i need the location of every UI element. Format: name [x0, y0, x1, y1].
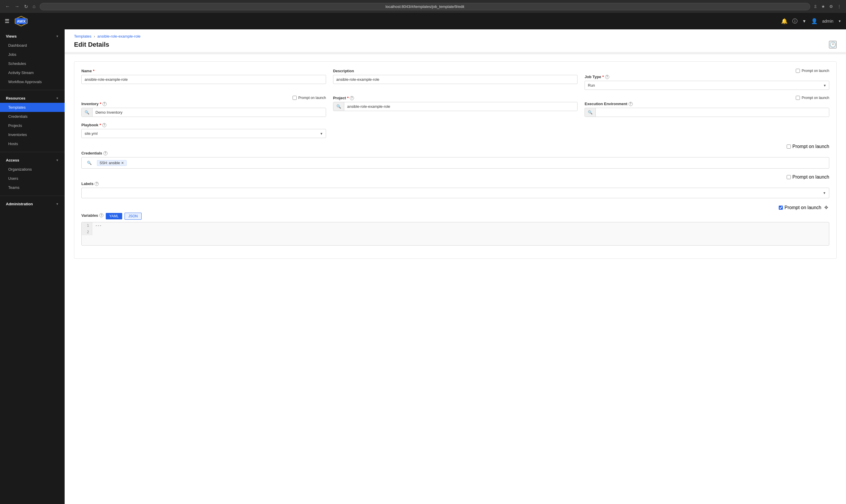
sidebar-item-workflow-approvals[interactable]: Workflow Approvals — [0, 77, 65, 86]
job-type-select[interactable]: Run Check — [584, 81, 829, 90]
user-chevron[interactable]: ▼ — [838, 19, 841, 23]
exec-env-prompt-label: Prompt on launch — [802, 96, 829, 100]
yaml-button[interactable]: YAML — [106, 213, 122, 219]
form-section: Name * Description — [65, 54, 846, 266]
labels-label: Labels ? — [82, 181, 829, 186]
content-area: Templates › ansible-role-example-role Ed… — [65, 29, 846, 504]
forward-button[interactable]: → — [13, 3, 21, 10]
top-nav: ☰ AWX 🔔 ⓘ ▼ 👤 admin ▼ — [0, 13, 846, 29]
inventory-prompt-row: Prompt on launch — [82, 96, 326, 100]
sidebar-item-activity-stream[interactable]: Activity Stream — [0, 68, 65, 77]
project-search-button[interactable]: 🔍 — [334, 102, 344, 111]
sidebar-item-organizations[interactable]: Organizations — [0, 165, 65, 174]
exec-env-prompt-checkbox[interactable] — [796, 96, 800, 100]
variables-prompt-label: Prompt on launch — [785, 205, 821, 210]
sidebar-item-projects[interactable]: Projects — [0, 121, 65, 130]
sidebar-item-credentials[interactable]: Credentials — [0, 112, 65, 121]
credentials-col: Prompt on launch Credentials ? 🔍 SSH: a — [82, 144, 829, 168]
exec-env-help-icon[interactable]: ? — [629, 102, 633, 106]
line-number-1: 1 — [82, 222, 92, 229]
name-col: Name * — [82, 69, 326, 84]
sidebar-resources-label: Resources — [6, 96, 25, 101]
breadcrumb-templates-link[interactable]: Templates — [74, 34, 91, 38]
sidebar-item-users[interactable]: Users — [0, 174, 65, 183]
sidebar-resources-header[interactable]: Resources ▼ — [0, 94, 65, 103]
inventory-input-group: 🔍 — [82, 108, 326, 117]
logo-svg: AWX — [13, 15, 29, 27]
playbook-help-icon[interactable]: ? — [102, 123, 106, 127]
inventory-help-icon[interactable]: ? — [103, 102, 107, 106]
sidebar-access-header[interactable]: Access ▼ — [0, 156, 65, 165]
variables-label: Variables ? — [82, 213, 103, 218]
job-type-help-icon[interactable]: ? — [605, 75, 609, 79]
credentials-search-button[interactable]: 🔍 — [84, 159, 95, 167]
labels-prompt-checkbox[interactable] — [787, 175, 791, 179]
labels-area[interactable]: ▼ — [82, 188, 829, 198]
form-card: Name * Description — [74, 61, 836, 259]
sidebar-item-templates[interactable]: Templates — [0, 103, 65, 112]
sidebar-admin-header[interactable]: Administration ▼ — [0, 199, 65, 209]
sidebar-access-label: Access — [6, 158, 19, 162]
help-chevron[interactable]: ▼ — [802, 19, 806, 23]
variables-expand-button[interactable]: ✥ — [823, 204, 829, 211]
description-input[interactable] — [333, 75, 578, 84]
credential-tag-ssh: SSH: ansible ✕ — [97, 160, 127, 166]
history-button[interactable]: 🕐 — [829, 41, 836, 49]
share-icon[interactable]: ⇫ — [812, 3, 818, 10]
exec-env-input[interactable] — [596, 108, 829, 116]
job-type-prompt-row: Prompt on launch — [584, 69, 829, 73]
exec-env-search-button[interactable]: 🔍 — [585, 108, 596, 116]
variables-header: Variables ? YAML JSON — [82, 213, 829, 220]
back-button[interactable]: ← — [3, 3, 12, 10]
job-type-col: Prompt on launch Job Type * ? Run Check — [584, 69, 829, 90]
nav-right: 🔔 ⓘ ▼ 👤 admin ▼ — [781, 18, 841, 25]
sidebar: Views ▼ Dashboard Jobs Schedules Activit… — [0, 29, 65, 504]
exec-env-col: Prompt on launch Execution Environment ?… — [584, 96, 829, 117]
labels-help-icon[interactable]: ? — [95, 182, 99, 186]
variables-editor[interactable]: 1 --- 2 — [82, 222, 829, 246]
credential-tag-remove[interactable]: ✕ — [121, 161, 124, 165]
sidebar-item-schedules[interactable]: Schedules — [0, 59, 65, 68]
json-button[interactable]: JSON — [125, 213, 142, 220]
job-type-prompt-checkbox[interactable] — [796, 69, 800, 73]
sidebar-section-access: Access ▼ Organizations Users Teams — [0, 153, 65, 194]
hamburger-menu[interactable]: ☰ — [5, 18, 10, 24]
page-header: Templates › ansible-role-example-role Ed… — [65, 29, 846, 52]
credentials-help-icon[interactable]: ? — [103, 151, 108, 155]
home-button[interactable]: ⌂ — [31, 3, 37, 10]
variables-prompt-checkbox[interactable] — [779, 205, 783, 210]
sidebar-admin-label: Administration — [6, 202, 33, 206]
sidebar-views-header[interactable]: Views ▼ — [0, 32, 65, 41]
sidebar-item-dashboard[interactable]: Dashboard — [0, 41, 65, 50]
logo: AWX — [13, 15, 29, 27]
user-label[interactable]: admin — [822, 19, 833, 23]
playbook-select[interactable]: site.yml — [82, 129, 326, 138]
description-label: Description — [333, 69, 578, 73]
project-label: Project * ? — [333, 96, 578, 100]
address-bar[interactable] — [40, 3, 810, 10]
notifications-icon[interactable]: 🔔 — [781, 18, 788, 24]
form-row-3: Playbook * ? site.yml ▼ — [82, 123, 829, 138]
help-icon[interactable]: ⓘ — [792, 18, 797, 25]
breadcrumb: Templates › ansible-role-example-role — [74, 34, 836, 38]
inventory-input[interactable] — [92, 108, 326, 116]
sidebar-item-jobs[interactable]: Jobs — [0, 50, 65, 59]
project-input[interactable] — [344, 102, 577, 111]
reload-button[interactable]: ↻ — [22, 3, 30, 11]
sidebar-item-teams[interactable]: Teams — [0, 183, 65, 192]
menu-icon[interactable]: ⋮ — [836, 3, 843, 10]
inventory-label: Inventory * ? — [82, 102, 326, 106]
variables-help-icon[interactable]: ? — [99, 213, 103, 217]
access-chevron-icon: ▼ — [56, 159, 59, 162]
credentials-prompt-checkbox[interactable] — [787, 144, 791, 149]
project-help-icon[interactable]: ? — [350, 96, 354, 100]
sidebar-item-inventories[interactable]: Inventories — [0, 130, 65, 139]
labels-prompt-label: Prompt on launch — [793, 175, 829, 180]
name-input[interactable] — [82, 75, 326, 84]
user-icon[interactable]: 👤 — [811, 18, 817, 24]
inventory-prompt-checkbox[interactable] — [292, 96, 297, 100]
extension-icon[interactable]: ⚙ — [828, 3, 834, 10]
sidebar-item-hosts[interactable]: Hosts — [0, 139, 65, 148]
bookmark-icon[interactable]: ★ — [820, 3, 826, 10]
inventory-search-button[interactable]: 🔍 — [82, 108, 92, 116]
